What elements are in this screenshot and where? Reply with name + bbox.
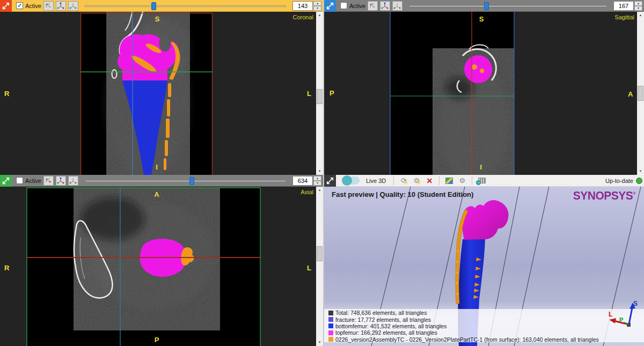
sagittal-scrollbar[interactable]: ▲ ▼ bbox=[637, 12, 644, 175]
axial-slider-thumb[interactable] bbox=[189, 177, 194, 185]
sagittal-topfemur-region bbox=[464, 55, 492, 83]
sagittal-spin-down-icon[interactable]: ▼ bbox=[634, 6, 642, 11]
coronal-orientation-top: S bbox=[155, 15, 160, 23]
screenshot-icon[interactable] bbox=[444, 175, 455, 186]
render-settings-icon[interactable]: ⚙ bbox=[457, 175, 467, 186]
sagittal-orient-z-icon[interactable] bbox=[392, 1, 402, 11]
refresh-3d-icon[interactable]: ⟳⚡ bbox=[398, 175, 409, 186]
axial-slice-input[interactable] bbox=[292, 176, 313, 186]
axial-active-label: Active bbox=[25, 178, 41, 184]
legend-item: Total: 748,636 elements, all triangles bbox=[328, 310, 599, 316]
sagittal-orientation-left: P bbox=[330, 89, 334, 97]
cancel-render-icon[interactable]: ✕ bbox=[424, 175, 435, 186]
update-status-label: Up-to-date bbox=[605, 178, 633, 184]
axial-quadrant: Active ▲ ▼ bbox=[0, 175, 323, 346]
axial-orientation-top: A bbox=[154, 190, 159, 198]
sagittal-active-checkbox[interactable]: Active bbox=[340, 2, 365, 9]
sagittal-spin-up-icon[interactable]: ▲ bbox=[634, 1, 642, 6]
coronal-scrollbar-thumb[interactable] bbox=[317, 89, 323, 104]
axial-orientation-right: L bbox=[307, 264, 311, 272]
gizmo-l-label: L bbox=[609, 311, 612, 318]
axial-orientation-left: R bbox=[4, 264, 10, 272]
axial-expand-icon[interactable] bbox=[0, 175, 12, 187]
scroll-up-icon[interactable]: ▲ bbox=[637, 12, 644, 19]
scroll-down-icon[interactable]: ▼ bbox=[316, 339, 323, 346]
scroll-up-icon[interactable]: ▲ bbox=[316, 12, 323, 19]
axial-orient-z-icon[interactable] bbox=[68, 176, 78, 186]
coronal-orient-z-icon[interactable] bbox=[68, 1, 78, 11]
view3d-expand-icon[interactable] bbox=[324, 175, 336, 187]
sagittal-slice-input[interactable] bbox=[613, 1, 634, 11]
coronal-orientation-left: R bbox=[4, 90, 10, 98]
sagittal-slice-slider[interactable] bbox=[409, 1, 607, 11]
sagittal-orient-xy-icon[interactable] bbox=[368, 1, 378, 11]
axial-viewport[interactable]: A R L P Axial bbox=[0, 187, 316, 346]
coronal-quadrant: ✓ Active ▲ ▼ bbox=[0, 0, 323, 175]
legend-item: topfemur: 166,292 elements, all triangle… bbox=[328, 329, 599, 336]
coronal-expand-icon[interactable] bbox=[0, 0, 12, 12]
coronal-spin-down-icon[interactable]: ▼ bbox=[313, 6, 321, 11]
axial-toolbar: Active ▲ ▼ bbox=[0, 175, 323, 187]
coronal-slice-slider[interactable] bbox=[85, 1, 286, 11]
axial-spin-up-icon[interactable]: ▲ bbox=[313, 176, 321, 181]
coronal-orient-colored-icon[interactable] bbox=[56, 1, 66, 11]
legend-item: 0226_version2AssemblyTC - 0226_Version2P… bbox=[328, 336, 599, 343]
view3d-toolbar: Live 3D ⟳⚡ ⚙⚡ ✕ ⚙ + Up-to-date bbox=[324, 175, 644, 187]
scroll-down-icon[interactable]: ▼ bbox=[637, 168, 644, 175]
legend-swatch bbox=[328, 311, 333, 315]
checkbox-check-icon: ✓ bbox=[16, 2, 23, 9]
coronal-slider-thumb[interactable] bbox=[151, 2, 156, 10]
live3d-toggle[interactable] bbox=[342, 176, 360, 185]
sagittal-expand-icon[interactable] bbox=[324, 0, 336, 12]
gizmo-p-label: P bbox=[619, 316, 623, 323]
legend-swatch bbox=[328, 317, 333, 322]
legend-swatch bbox=[328, 330, 333, 335]
legend-item: fracture: 17,772 elements, all triangles bbox=[328, 316, 599, 322]
auto-update-settings-icon[interactable]: ⚙⚡ bbox=[411, 175, 422, 186]
mesh-legend: Total: 748,636 elements, all triangles f… bbox=[328, 310, 599, 343]
legend-item: bottomfemur: 401,532 elements, all trian… bbox=[328, 323, 599, 329]
sagittal-quadrant: Active ▲ ▼ bbox=[324, 0, 644, 175]
axial-orient-xy-icon[interactable] bbox=[43, 176, 54, 186]
fast-preview-banner: Fast preview | Quality: 10 (Student Edit… bbox=[332, 190, 473, 198]
axial-scrollbar[interactable]: ▲ ▼ bbox=[316, 187, 323, 346]
sagittal-screw-dot bbox=[472, 64, 477, 70]
record-video-icon[interactable]: + bbox=[477, 175, 487, 186]
status-indicator-dot bbox=[636, 178, 642, 184]
sagittal-orient-colored-icon[interactable] bbox=[380, 1, 390, 11]
axial-spin-down-icon[interactable]: ▼ bbox=[313, 181, 321, 186]
axial-active-checkbox[interactable]: Active bbox=[16, 177, 41, 184]
axial-orient-colored-icon[interactable] bbox=[56, 176, 66, 186]
gizmo-s-label: S bbox=[633, 300, 638, 307]
coronal-viewport[interactable]: S R L I Coronal bbox=[0, 12, 316, 175]
sagittal-screw-dot bbox=[480, 69, 484, 73]
coronal-toolbar: ✓ Active ▲ ▼ bbox=[0, 0, 323, 12]
coronal-active-label: Active bbox=[25, 3, 41, 9]
axial-slice-slider[interactable] bbox=[85, 176, 286, 186]
sagittal-slider-thumb[interactable] bbox=[484, 2, 489, 10]
axial-scrollbar-thumb[interactable] bbox=[317, 246, 323, 261]
coronal-active-checkbox[interactable]: ✓ Active bbox=[16, 2, 41, 9]
coronal-orientation-bottom: I bbox=[156, 163, 158, 171]
coronal-orient-xy-icon[interactable] bbox=[43, 1, 54, 11]
sagittal-orientation-right: A bbox=[628, 90, 633, 98]
view3d-quadrant: Live 3D ⟳⚡ ⚙⚡ ✕ ⚙ + Up-to-date bbox=[324, 175, 644, 346]
scroll-up-icon[interactable]: ▲ bbox=[316, 187, 323, 194]
sagittal-orientation-bottom: I bbox=[480, 163, 482, 171]
sagittal-view-label: Sagittal bbox=[614, 14, 634, 20]
application-window: ✓ Active ▲ ▼ bbox=[0, 0, 644, 346]
sagittal-viewport[interactable]: S P A I Sagittal bbox=[324, 12, 637, 175]
coronal-scrollbar[interactable]: ▲ ▼ bbox=[316, 12, 323, 175]
coronal-view-label: Coronal bbox=[292, 14, 313, 20]
view3d-viewport[interactable]: S L P Fast preview | Quality: 10 (Studen… bbox=[324, 187, 644, 346]
synopsys-logo: SYNOPSYS® bbox=[573, 188, 635, 202]
coronal-slice-input[interactable] bbox=[292, 1, 313, 11]
legend-swatch bbox=[328, 323, 333, 328]
live3d-label: Live 3D bbox=[366, 178, 386, 184]
coronal-spin-up-icon[interactable]: ▲ bbox=[313, 1, 321, 6]
coronal-orientation-right: L bbox=[307, 90, 311, 98]
sagittal-scrollbar-thumb[interactable] bbox=[638, 86, 643, 101]
sagittal-active-label: Active bbox=[349, 3, 365, 9]
legend-swatch bbox=[328, 337, 333, 342]
scroll-down-icon[interactable]: ▼ bbox=[316, 168, 323, 175]
